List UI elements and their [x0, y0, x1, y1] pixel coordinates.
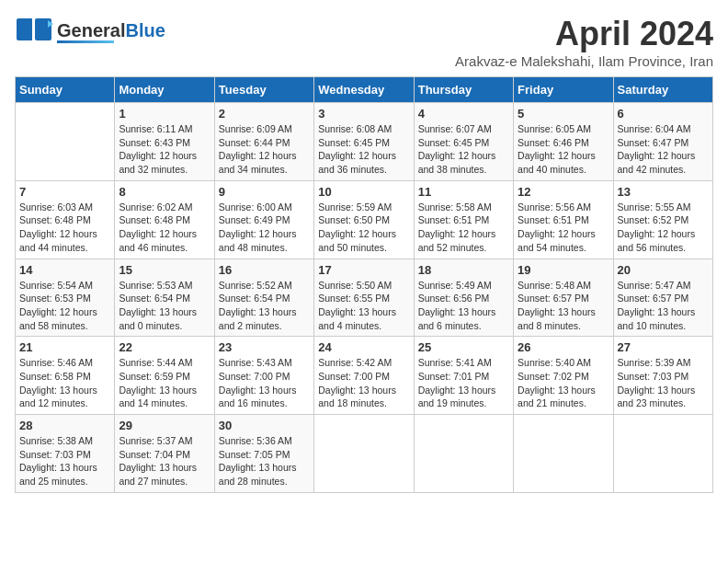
day-number: 16	[219, 263, 310, 277]
day-number: 27	[618, 340, 709, 354]
logo-text: GeneralBlue	[57, 20, 165, 40]
title-block: April 2024 Arakvaz-e Malekshahi, Ilam Pr…	[455, 15, 713, 69]
calendar-cell: 24Sunrise: 5:42 AM Sunset: 7:00 PM Dayli…	[314, 337, 414, 415]
day-number: 3	[318, 107, 409, 121]
day-info: Sunrise: 5:56 AM Sunset: 6:51 PM Dayligh…	[518, 201, 609, 255]
calendar-cell: 30Sunrise: 5:36 AM Sunset: 7:05 PM Dayli…	[214, 415, 313, 493]
calendar-cell: 14Sunrise: 5:54 AM Sunset: 6:53 PM Dayli…	[16, 259, 115, 337]
calendar-cell: 4Sunrise: 6:07 AM Sunset: 6:45 PM Daylig…	[414, 103, 513, 181]
day-number: 4	[418, 107, 509, 121]
location-title: Arakvaz-e Malekshahi, Ilam Province, Ira…	[455, 53, 713, 69]
day-number: 22	[119, 340, 210, 354]
calendar-week-row: 21Sunrise: 5:46 AM Sunset: 6:58 PM Dayli…	[16, 337, 713, 415]
day-info: Sunrise: 5:39 AM Sunset: 7:03 PM Dayligh…	[618, 356, 709, 410]
calendar-cell: 27Sunrise: 5:39 AM Sunset: 7:03 PM Dayli…	[613, 337, 712, 415]
day-number: 7	[19, 185, 110, 199]
day-info: Sunrise: 5:46 AM Sunset: 6:58 PM Dayligh…	[19, 356, 110, 410]
calendar-cell: 1Sunrise: 6:11 AM Sunset: 6:43 PM Daylig…	[115, 103, 214, 181]
day-info: Sunrise: 5:38 AM Sunset: 7:03 PM Dayligh…	[19, 434, 110, 488]
calendar-cell: 20Sunrise: 5:47 AM Sunset: 6:57 PM Dayli…	[613, 259, 712, 337]
calendar-week-row: 28Sunrise: 5:38 AM Sunset: 7:03 PM Dayli…	[16, 415, 713, 493]
calendar-cell: 25Sunrise: 5:41 AM Sunset: 7:01 PM Dayli…	[414, 337, 513, 415]
calendar-cell: 6Sunrise: 6:04 AM Sunset: 6:47 PM Daylig…	[613, 103, 712, 181]
day-info: Sunrise: 5:53 AM Sunset: 6:54 PM Dayligh…	[119, 279, 210, 333]
logo-icon	[15, 15, 55, 48]
month-title: April 2024	[455, 15, 713, 53]
day-number: 6	[618, 107, 709, 121]
day-info: Sunrise: 6:08 AM Sunset: 6:45 PM Dayligh…	[318, 122, 409, 177]
calendar-header-row: SundayMondayTuesdayWednesdayThursdayFrid…	[16, 77, 713, 103]
calendar-cell: 22Sunrise: 5:44 AM Sunset: 6:59 PM Dayli…	[115, 337, 214, 415]
day-number: 15	[119, 263, 210, 277]
day-info: Sunrise: 5:52 AM Sunset: 6:54 PM Dayligh…	[219, 279, 310, 333]
calendar-cell: 23Sunrise: 5:43 AM Sunset: 7:00 PM Dayli…	[214, 337, 313, 415]
day-number: 13	[618, 185, 709, 199]
day-number: 25	[418, 340, 509, 354]
calendar-cell	[314, 415, 414, 493]
page-header: GeneralBlue April 2024 Arakvaz-e Maleksh…	[15, 15, 713, 69]
calendar-cell: 18Sunrise: 5:49 AM Sunset: 6:56 PM Dayli…	[414, 259, 513, 337]
day-number: 2	[219, 107, 310, 121]
day-number: 28	[19, 419, 110, 432]
calendar-cell	[514, 415, 613, 493]
col-header-sunday: Sunday	[16, 77, 115, 103]
day-number: 24	[318, 340, 409, 354]
calendar-cell: 19Sunrise: 5:48 AM Sunset: 6:57 PM Dayli…	[514, 259, 613, 337]
day-number: 29	[119, 419, 210, 432]
calendar-cell: 16Sunrise: 5:52 AM Sunset: 6:54 PM Dayli…	[214, 259, 313, 337]
day-info: Sunrise: 6:00 AM Sunset: 6:49 PM Dayligh…	[219, 201, 310, 255]
calendar-cell: 29Sunrise: 5:37 AM Sunset: 7:04 PM Dayli…	[115, 415, 214, 493]
calendar-cell: 28Sunrise: 5:38 AM Sunset: 7:03 PM Dayli…	[16, 415, 115, 493]
calendar-week-row: 14Sunrise: 5:54 AM Sunset: 6:53 PM Dayli…	[16, 259, 713, 337]
day-number: 19	[518, 263, 609, 277]
day-number: 1	[119, 107, 210, 121]
day-info: Sunrise: 5:55 AM Sunset: 6:52 PM Dayligh…	[618, 201, 709, 255]
col-header-tuesday: Tuesday	[214, 77, 313, 103]
calendar-cell: 11Sunrise: 5:58 AM Sunset: 6:51 PM Dayli…	[414, 180, 513, 259]
col-header-monday: Monday	[115, 77, 214, 103]
day-info: Sunrise: 5:43 AM Sunset: 7:00 PM Dayligh…	[219, 356, 310, 410]
calendar-cell: 21Sunrise: 5:46 AM Sunset: 6:58 PM Dayli…	[16, 337, 115, 415]
calendar-cell: 15Sunrise: 5:53 AM Sunset: 6:54 PM Dayli…	[115, 259, 214, 337]
calendar-cell: 8Sunrise: 6:02 AM Sunset: 6:48 PM Daylig…	[115, 180, 214, 259]
col-header-friday: Friday	[514, 77, 613, 103]
calendar-cell: 5Sunrise: 6:05 AM Sunset: 6:46 PM Daylig…	[514, 103, 613, 181]
col-header-saturday: Saturday	[613, 77, 712, 103]
day-number: 21	[19, 340, 110, 354]
calendar-cell: 10Sunrise: 5:59 AM Sunset: 6:50 PM Dayli…	[314, 180, 414, 259]
day-info: Sunrise: 5:47 AM Sunset: 6:57 PM Dayligh…	[618, 279, 709, 333]
calendar-cell	[613, 415, 712, 493]
calendar-table: SundayMondayTuesdayWednesdayThursdayFrid…	[15, 76, 713, 493]
day-number: 12	[518, 185, 609, 199]
day-info: Sunrise: 6:09 AM Sunset: 6:44 PM Dayligh…	[219, 122, 310, 177]
day-number: 8	[119, 185, 210, 199]
day-info: Sunrise: 5:40 AM Sunset: 7:02 PM Dayligh…	[518, 356, 609, 410]
calendar-cell: 26Sunrise: 5:40 AM Sunset: 7:02 PM Dayli…	[514, 337, 613, 415]
calendar-cell: 12Sunrise: 5:56 AM Sunset: 6:51 PM Dayli…	[514, 180, 613, 259]
day-number: 11	[418, 185, 509, 199]
calendar-cell: 17Sunrise: 5:50 AM Sunset: 6:55 PM Dayli…	[314, 259, 414, 337]
day-number: 26	[518, 340, 609, 354]
day-info: Sunrise: 5:37 AM Sunset: 7:04 PM Dayligh…	[119, 434, 210, 488]
day-info: Sunrise: 5:58 AM Sunset: 6:51 PM Dayligh…	[418, 201, 509, 255]
calendar-cell	[16, 103, 115, 181]
day-info: Sunrise: 5:44 AM Sunset: 6:59 PM Dayligh…	[119, 356, 210, 410]
day-number: 30	[219, 419, 310, 432]
day-info: Sunrise: 5:48 AM Sunset: 6:57 PM Dayligh…	[518, 279, 609, 333]
day-info: Sunrise: 6:02 AM Sunset: 6:48 PM Dayligh…	[119, 201, 210, 255]
day-info: Sunrise: 6:05 AM Sunset: 6:46 PM Dayligh…	[518, 122, 609, 177]
day-info: Sunrise: 6:04 AM Sunset: 6:47 PM Dayligh…	[618, 122, 709, 177]
day-info: Sunrise: 5:59 AM Sunset: 6:50 PM Dayligh…	[318, 201, 409, 255]
day-number: 17	[318, 263, 409, 277]
day-number: 5	[518, 107, 609, 121]
calendar-week-row: 7Sunrise: 6:03 AM Sunset: 6:48 PM Daylig…	[16, 180, 713, 259]
col-header-wednesday: Wednesday	[314, 77, 414, 103]
svg-rect-0	[17, 18, 33, 40]
day-number: 14	[19, 263, 110, 277]
day-info: Sunrise: 5:49 AM Sunset: 6:56 PM Dayligh…	[418, 279, 509, 333]
day-number: 10	[318, 185, 409, 199]
day-number: 23	[219, 340, 310, 354]
calendar-cell: 7Sunrise: 6:03 AM Sunset: 6:48 PM Daylig…	[16, 180, 115, 259]
calendar-cell: 13Sunrise: 5:55 AM Sunset: 6:52 PM Dayli…	[613, 180, 712, 259]
calendar-cell: 3Sunrise: 6:08 AM Sunset: 6:45 PM Daylig…	[314, 103, 414, 181]
